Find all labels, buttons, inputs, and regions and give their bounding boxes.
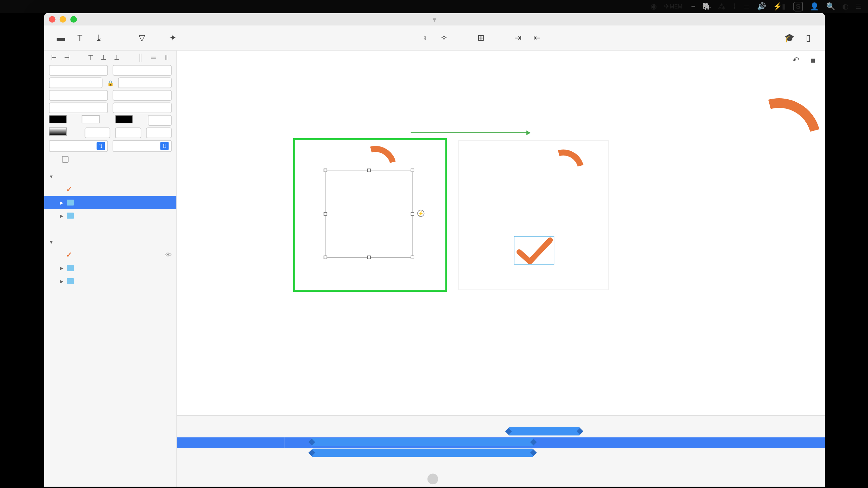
shadow-input[interactable] xyxy=(85,127,111,138)
scale-input[interactable] xyxy=(113,90,172,101)
tl-row-prog2[interactable] xyxy=(177,437,284,448)
record-icon[interactable]: ■ xyxy=(810,55,815,65)
arc-shape xyxy=(535,142,592,199)
undo-icon[interactable]: ↶ xyxy=(792,55,800,65)
lightning-icon[interactable]: ⚡ xyxy=(417,210,425,217)
check-icon: ✓ xyxy=(65,186,73,193)
folder-icon xyxy=(67,278,74,285)
y-input[interactable] xyxy=(113,65,172,76)
check-icon: ✓ xyxy=(65,251,73,259)
horizontal-select[interactable]: ⇅ xyxy=(49,140,108,152)
eye-icon[interactable]: 👁 xyxy=(165,251,172,259)
rectangle-tool[interactable]: ▬ xyxy=(51,33,70,43)
layer-bg2[interactable] xyxy=(44,288,176,301)
artboard-loading2[interactable] xyxy=(458,140,609,290)
bluetooth-icon[interactable]: ⁂ xyxy=(718,2,725,11)
dist-v-icon[interactable]: ═ xyxy=(148,53,159,61)
siri-icon[interactable]: ◐ xyxy=(842,2,848,11)
layer-progress2-bg[interactable]: ▶ xyxy=(44,274,176,288)
transition-arrow xyxy=(411,132,530,133)
mem-icon[interactable]: ✈ MEM xyxy=(664,2,684,11)
layer-succeed[interactable]: ✓ xyxy=(44,183,176,196)
forward-button[interactable]: ⇥ xyxy=(509,33,528,43)
shy-input[interactable] xyxy=(146,127,172,138)
angle-input[interactable] xyxy=(49,90,108,101)
backward-button[interactable]: ⇤ xyxy=(528,33,547,43)
artboard-loading[interactable]: ⚡ xyxy=(295,140,445,290)
clip-checkbox-icon[interactable] xyxy=(62,156,68,163)
vertical-select[interactable]: ⇅ xyxy=(113,140,172,152)
succeed-shape-box[interactable] xyxy=(514,236,554,264)
stroke-swatch[interactable] xyxy=(115,115,133,123)
layer-progress-bg[interactable]: ▶ xyxy=(44,209,176,222)
folder-icon xyxy=(67,265,74,272)
toolbar: ▬ T ⤓ ▽ ✦ ⦂ ✧ ⊞ ⇥ ⇤ 🎓 ▯ xyxy=(44,26,825,51)
folder-icon xyxy=(67,212,74,219)
app-window: ▾ ▬ T ⤓ ▽ ✦ ⦂ ✧ ⊞ ⇥ ⇤ 🎓 ▯ ⊢ ⊣ ⊤ ⊥ ⊥ xyxy=(44,13,825,487)
layer-succeed2[interactable]: ✓👁 xyxy=(44,248,176,262)
dist-h-icon[interactable]: ║ xyxy=(135,53,145,61)
blur-input[interactable] xyxy=(115,127,141,138)
group-button[interactable]: ⊞ xyxy=(472,33,491,43)
battery-indicator[interactable]: ⚡▮ xyxy=(773,2,786,11)
x-input[interactable] xyxy=(49,65,108,76)
media-swatch[interactable] xyxy=(82,115,100,123)
user-icon[interactable]: 👤 xyxy=(810,2,819,11)
volume-icon[interactable]: 🔊 xyxy=(757,2,766,11)
animate-button[interactable]: ✧ xyxy=(435,33,454,43)
create-component-button[interactable]: ✦ xyxy=(163,33,182,43)
titlebar: ▾ xyxy=(44,13,825,26)
menubar: ◉ ✈ MEM 🐘 ⁂ ⌇ ▭ 🔊 ⚡▮ S 👤 🔍 ◐ ☰ xyxy=(0,0,868,13)
lock-icon[interactable]: 🔒 xyxy=(107,78,113,89)
radius-input[interactable] xyxy=(113,102,172,113)
artboard-tool[interactable]: ⤓ xyxy=(90,33,108,43)
align-bottom-icon[interactable]: ⊥ xyxy=(112,53,122,61)
import-button[interactable]: ▽ xyxy=(132,33,151,43)
strokew-input[interactable] xyxy=(148,115,172,126)
tl-bar-default[interactable] xyxy=(312,438,533,446)
clip-sublayers-row[interactable] xyxy=(44,152,176,166)
timeline-panel[interactable] xyxy=(177,415,825,487)
align-top-icon[interactable]: ⊤ xyxy=(85,53,96,61)
height-input[interactable] xyxy=(118,78,172,88)
display-icon[interactable]: ▭ xyxy=(743,2,750,11)
width-input[interactable] xyxy=(49,78,102,88)
tl-bar-default2[interactable] xyxy=(312,449,533,457)
spotlight-icon[interactable]: 🔍 xyxy=(826,2,835,11)
mirror-button[interactable]: ▯ xyxy=(799,33,818,43)
window-title: ▾ xyxy=(44,15,825,24)
folder-icon xyxy=(67,199,74,206)
fill-swatch[interactable] xyxy=(49,115,67,123)
align-left-icon[interactable]: ⊢ xyxy=(49,53,59,61)
timeline-title xyxy=(177,416,284,427)
big-arc-shape xyxy=(722,83,825,197)
layer-loading2[interactable]: ▼ xyxy=(44,235,176,248)
align-middle-icon[interactable]: ⊥ xyxy=(98,53,109,61)
drivers-button[interactable]: ⦂ xyxy=(415,33,434,43)
lang-indicator[interactable] xyxy=(691,6,695,7)
opacity-input[interactable] xyxy=(49,102,108,113)
alignment-row: ⊢ ⊣ ⊤ ⊥ ⊥ ║ ═ ⫴ xyxy=(44,50,176,64)
text-tool[interactable]: T xyxy=(70,33,89,43)
list-icon[interactable]: ☰ xyxy=(855,2,862,11)
layer-list: ▼ ✓ ▶ ▶ ▼ ✓👁 ▶ ▶ xyxy=(44,166,176,301)
layer-progress-bg2[interactable]: ▶ xyxy=(44,196,176,209)
inspector-panel: ⊢ ⊣ ⊤ ⊥ ⊥ ║ ═ ⫴ 🔒 xyxy=(44,50,177,487)
layer-loading[interactable]: ▼ xyxy=(44,170,176,183)
dist-3-icon[interactable]: ⫴ xyxy=(161,53,172,61)
layer-bg[interactable] xyxy=(44,222,176,236)
layer-progress2-bg2[interactable]: ▶ xyxy=(44,262,176,275)
tl-row-identical[interactable] xyxy=(177,459,284,470)
tl-row-prog1[interactable] xyxy=(177,448,284,459)
tutorials-button[interactable]: 🎓 xyxy=(780,33,798,43)
tl-row-succeed[interactable] xyxy=(177,427,284,438)
align-center-h-icon[interactable]: ⊣ xyxy=(62,53,72,61)
evernote-icon[interactable]: 🐘 xyxy=(702,2,711,11)
wifi-icon[interactable]: ⌇ xyxy=(733,2,736,11)
checkmark-icon xyxy=(514,237,555,265)
s-icon[interactable]: S xyxy=(793,2,803,11)
record-icon[interactable]: ◉ xyxy=(651,2,657,11)
tl-bar-spring[interactable] xyxy=(509,427,580,435)
rr-logo xyxy=(427,474,440,485)
shadow-swatch[interactable] xyxy=(49,127,67,136)
